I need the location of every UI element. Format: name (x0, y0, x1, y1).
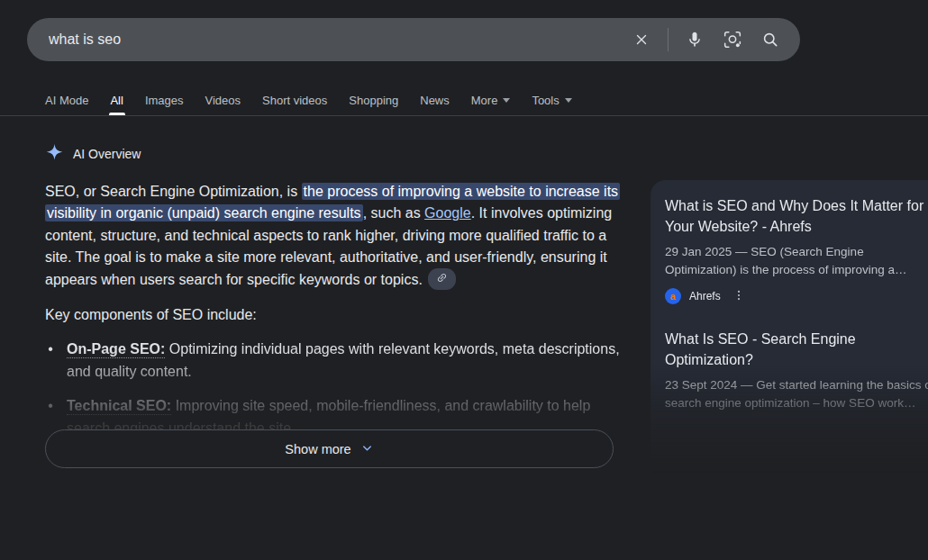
voice-search-button[interactable] (679, 24, 710, 55)
mic-icon (686, 31, 704, 49)
ahrefs-favicon: a (665, 288, 681, 304)
tab-videos[interactable]: Videos (205, 85, 241, 115)
search-submit-button[interactable] (755, 24, 786, 55)
search-result[interactable]: What is SEO and Why Does It Matter for Y… (665, 195, 928, 304)
ai-overview-section: AI Overview SEO, or Search Engine Optimi… (45, 144, 623, 451)
tab-news[interactable]: News (420, 85, 450, 115)
paragraph-text: , such as (363, 205, 424, 221)
tab-shopping[interactable]: Shopping (349, 85, 398, 115)
key-components-list: • On-Page SEO: Optimizing individual pag… (45, 338, 623, 439)
lens-search-button[interactable] (717, 24, 748, 55)
search-actions (626, 24, 786, 55)
tab-label: AI Mode (45, 94, 88, 107)
more-vert-icon (732, 289, 745, 304)
search-bar[interactable] (27, 18, 800, 61)
favicon-letter: a (670, 291, 676, 302)
result-snippet: 23 Sept 2024 — Get started learning the … (665, 376, 928, 411)
result-snippet: 29 Jan 2025 — SEO (Search Engine Optimiz… (665, 243, 928, 278)
tab-label: Images (145, 94, 184, 107)
search-divider (668, 28, 669, 51)
citation-button[interactable] (428, 268, 456, 290)
search-input[interactable] (49, 32, 626, 48)
tab-label: Short videos (262, 94, 327, 107)
related-results-card: What is SEO and Why Does It Matter for Y… (651, 180, 928, 479)
tab-images[interactable]: Images (145, 85, 184, 115)
sparkle-icon (45, 143, 64, 166)
close-icon (633, 32, 650, 48)
ai-overview-header: AI Overview (45, 144, 623, 164)
chevron-down-icon (565, 98, 572, 103)
ai-overview-title: AI Overview (73, 147, 141, 161)
ai-overview-paragraph: SEO, or Search Engine Optimization, is t… (45, 181, 623, 291)
tab-label: News (420, 94, 450, 107)
tab-short-videos[interactable]: Short videos (262, 85, 327, 115)
result-title[interactable]: What is SEO and Why Does It Matter for Y… (665, 195, 928, 237)
google-link[interactable]: Google (424, 205, 471, 221)
bullet-marker: • (45, 338, 56, 383)
google-search-results-page: AI Mode All Images Videos Short videos S… (0, 0, 928, 560)
show-more-button[interactable]: Show more (45, 429, 614, 468)
link-icon (436, 272, 448, 286)
chevron-down-icon (360, 441, 374, 457)
bullet-term-link[interactable]: On-Page SEO: (67, 341, 165, 358)
tab-label: All (110, 94, 123, 107)
result-source-name: Ahrefs (689, 290, 721, 303)
chevron-down-icon (503, 98, 510, 103)
bullet-term-link[interactable]: Technical SEO: (67, 398, 171, 415)
tab-label: Tools (532, 94, 559, 107)
result-title[interactable]: What Is SEO - Search Engine Optimization… (665, 329, 928, 370)
divider (0, 115, 928, 116)
more-options-button[interactable] (732, 289, 745, 304)
lens-icon (723, 31, 741, 49)
tab-all[interactable]: All (110, 85, 123, 115)
tab-more[interactable]: More (471, 85, 511, 115)
paragraph-text: SEO, or Search Engine Optimization, is (45, 184, 302, 199)
tab-label: Videos (205, 94, 241, 107)
result-filter-tabs: AI Mode All Images Videos Short videos S… (45, 85, 572, 115)
list-item: • On-Page SEO: Optimizing individual pag… (45, 338, 623, 383)
result-source-row: a Ahrefs (665, 288, 928, 304)
search-icon (761, 31, 779, 49)
tab-ai-mode[interactable]: AI Mode (45, 85, 88, 115)
clear-search-button[interactable] (626, 24, 657, 55)
tab-label: More (471, 94, 498, 107)
tab-label: Shopping (349, 94, 398, 107)
show-more-label: Show more (285, 442, 350, 456)
tab-tools[interactable]: Tools (532, 85, 571, 115)
list-heading: Key components of SEO include: (45, 307, 623, 323)
search-result[interactable]: What Is SEO - Search Engine Optimization… (665, 329, 928, 411)
